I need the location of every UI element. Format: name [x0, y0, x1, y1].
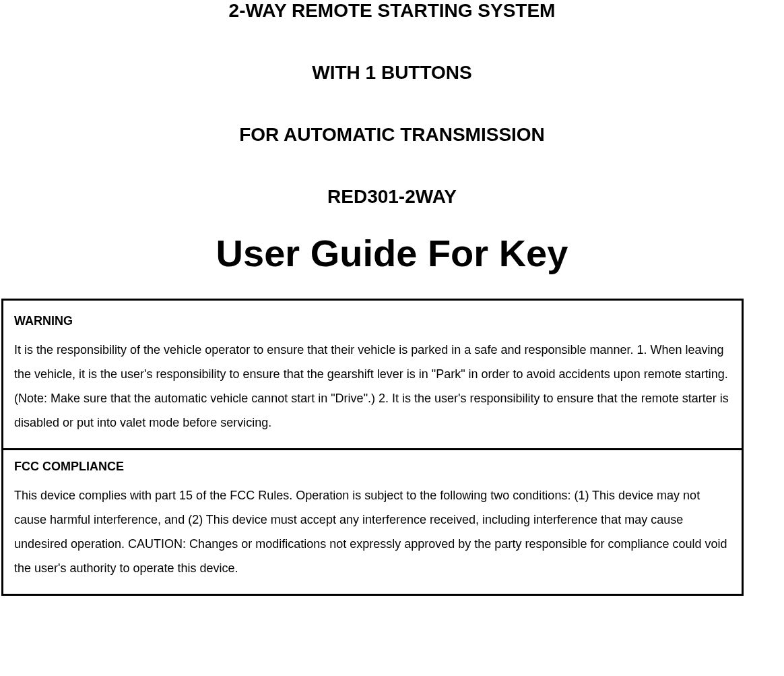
- fcc-box: FCC COMPLIANCE This device complies with…: [1, 450, 744, 596]
- title-line-1: 2-WAY REMOTE STARTING SYSTEM: [0, 0, 784, 22]
- main-title: User Guide For Key: [0, 231, 784, 275]
- warning-text: It is the responsibility of the vehicle …: [14, 338, 731, 435]
- title-line-2: WITH 1 BUTTONS: [0, 62, 784, 84]
- warning-box: WARNING It is the responsibility of the …: [1, 299, 744, 450]
- fcc-heading: FCC COMPLIANCE: [14, 460, 731, 474]
- header-section: 2-WAY REMOTE STARTING SYSTEM WITH 1 BUTT…: [0, 0, 784, 275]
- fcc-text: This device complies with part 15 of the…: [14, 483, 731, 580]
- warning-heading: WARNING: [14, 314, 731, 328]
- title-line-3: FOR AUTOMATIC TRANSMISSION: [0, 124, 784, 146]
- notice-boxes: WARNING It is the responsibility of the …: [1, 299, 744, 596]
- title-line-4: RED301-2WAY: [0, 186, 784, 208]
